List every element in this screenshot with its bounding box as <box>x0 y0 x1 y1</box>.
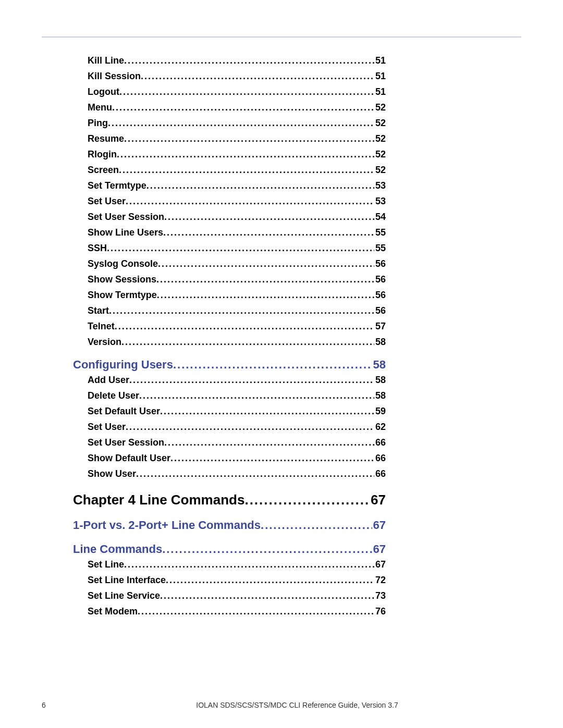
toc-entry[interactable]: Kill Session51 <box>88 71 386 82</box>
toc-entry[interactable]: Set Termtype53 <box>88 180 386 191</box>
toc-leader-dots <box>126 422 374 433</box>
toc-entry-label: Chapter 4 Line Commands <box>73 492 244 508</box>
toc-entry-label: Configuring Users <box>73 358 173 372</box>
toc-entry-page: 52 <box>374 149 386 160</box>
toc-entry[interactable]: Resume52 <box>88 133 386 144</box>
toc-entry[interactable]: Set User62 <box>88 422 386 433</box>
toc-entry-page: 59 <box>374 406 386 417</box>
toc-entry[interactable]: Rlogin52 <box>88 149 386 160</box>
toc-entry-label: Set Termtype <box>88 180 146 191</box>
toc-section[interactable]: Configuring Users58 <box>73 358 386 372</box>
toc-entry[interactable]: Telnet57 <box>88 321 386 332</box>
toc-entry-page: 58 <box>372 358 386 372</box>
toc-entry-page: 55 <box>374 243 386 254</box>
toc-entry[interactable]: Set User Session54 <box>88 212 386 223</box>
toc-leader-dots <box>112 102 374 113</box>
toc-leader-dots <box>119 165 374 176</box>
toc-entry-label: Start <box>88 305 109 316</box>
toc-entry-page: 53 <box>374 196 386 207</box>
toc-entry-label: Syslog Console <box>88 258 158 269</box>
toc-entry[interactable]: Menu52 <box>88 102 386 113</box>
toc-entry-label: Show Termtype <box>88 290 157 301</box>
toc-entry[interactable]: Screen52 <box>88 165 386 176</box>
toc-entry[interactable]: Set User Session66 <box>88 437 386 448</box>
toc-entry-label: Set Line <box>88 559 124 570</box>
toc-entry-page: 52 <box>374 133 386 144</box>
toc-section[interactable]: Line Commands67 <box>73 542 386 556</box>
toc-leader-dots <box>138 606 374 617</box>
toc-entry-page: 67 <box>374 559 386 570</box>
toc-entry[interactable]: Set Line67 <box>88 559 386 570</box>
toc-entry-page: 62 <box>374 422 386 433</box>
toc-leader-dots <box>160 406 374 417</box>
toc-leader-dots <box>166 575 374 586</box>
toc-leader-dots <box>129 375 374 386</box>
toc-entry[interactable]: Version58 <box>88 337 386 348</box>
toc-entry-page: 67 <box>372 519 386 532</box>
toc-entry-page: 51 <box>374 71 386 82</box>
toc-entry-page: 66 <box>374 437 386 448</box>
toc-entry[interactable]: Set Line Service73 <box>88 590 386 601</box>
table-of-contents: Kill Line51Kill Session51Logout51Menu52P… <box>73 55 386 617</box>
toc-entry-label: Line Commands <box>73 542 162 556</box>
toc-entry-label: Kill Line <box>88 55 124 66</box>
toc-section[interactable]: 1-Port vs. 2-Port+ Line Commands67 <box>73 519 386 532</box>
toc-entry-page: 58 <box>374 375 386 386</box>
toc-entry[interactable]: Set User53 <box>88 196 386 207</box>
toc-entry[interactable]: SSH55 <box>88 243 386 254</box>
toc-entry[interactable]: Add User58 <box>88 375 386 386</box>
toc-entry-label: Menu <box>88 102 112 113</box>
toc-entry[interactable]: Set Default User59 <box>88 406 386 417</box>
toc-leader-dots <box>164 212 374 223</box>
header-rule <box>42 36 521 38</box>
toc-entry[interactable]: Logout51 <box>88 87 386 97</box>
toc-entry[interactable]: Delete User58 <box>88 390 386 401</box>
toc-entry[interactable]: Ping52 <box>88 118 386 129</box>
toc-leader-dots <box>119 87 374 97</box>
toc-entry[interactable]: Show Termtype56 <box>88 290 386 301</box>
toc-entry[interactable]: Syslog Console56 <box>88 258 386 269</box>
toc-entry-label: Kill Session <box>88 71 141 82</box>
toc-entry-label: SSH <box>88 243 107 254</box>
toc-leader-dots <box>146 180 374 191</box>
toc-entry[interactable]: Kill Line51 <box>88 55 386 66</box>
toc-entry-label: Delete User <box>88 390 139 401</box>
toc-leader-dots <box>157 290 374 301</box>
toc-entry-page: 51 <box>374 87 386 97</box>
toc-entry[interactable]: Show Default User66 <box>88 453 386 464</box>
toc-entry-page: 67 <box>372 542 386 556</box>
toc-entry[interactable]: Show Line Users55 <box>88 227 386 238</box>
toc-entry-page: 58 <box>374 390 386 401</box>
toc-leader-dots <box>156 274 374 285</box>
toc-entry-page: 56 <box>374 258 386 269</box>
toc-entry[interactable]: Set Modem76 <box>88 606 386 617</box>
footer-title: IOLAN SDS/SCS/STS/MDC CLI Reference Guid… <box>136 701 459 709</box>
toc-entry[interactable]: Show Sessions56 <box>88 274 386 285</box>
toc-entry-page: 52 <box>374 102 386 113</box>
toc-entry-label: Version <box>88 337 121 348</box>
toc-entry-label: Logout <box>88 87 119 97</box>
toc-leader-dots <box>108 118 374 129</box>
toc-entry-page: 53 <box>374 180 386 191</box>
toc-leader-dots <box>162 542 372 556</box>
toc-entry[interactable]: Show User66 <box>88 468 386 479</box>
toc-entry-page: 67 <box>370 492 386 508</box>
toc-leader-dots <box>121 337 374 348</box>
toc-entry-label: Show User <box>88 468 136 479</box>
toc-entry-page: 56 <box>374 274 386 285</box>
toc-leader-dots <box>115 321 374 332</box>
toc-entry[interactable]: Set Line Interface72 <box>88 575 386 586</box>
toc-entry-label: Set User <box>88 422 126 433</box>
toc-entry-label: Set Default User <box>88 406 160 417</box>
toc-entry-label: 1-Port vs. 2-Port+ Line Commands <box>73 519 261 532</box>
toc-chapter[interactable]: Chapter 4 Line Commands67 <box>73 492 386 508</box>
toc-entry-page: 52 <box>374 118 386 129</box>
toc-leader-dots <box>173 358 372 372</box>
toc-leader-dots <box>163 227 374 238</box>
toc-entry[interactable]: Start56 <box>88 305 386 316</box>
toc-entry-page: 66 <box>374 453 386 464</box>
toc-leader-dots <box>124 559 374 570</box>
toc-entry-label: Set Modem <box>88 606 138 617</box>
toc-entry-label: Telnet <box>88 321 115 332</box>
toc-entry-page: 52 <box>374 165 386 176</box>
